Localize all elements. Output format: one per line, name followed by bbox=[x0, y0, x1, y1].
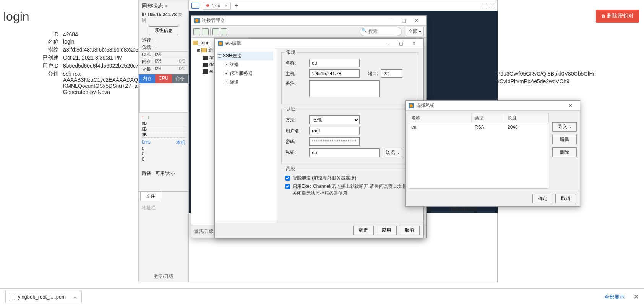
download-bar: yingbob_root_l....pem ︿ 全部显示 ✕ bbox=[0, 288, 644, 305]
terminal-icon bbox=[203, 69, 208, 74]
group-adv-label: 高级 bbox=[284, 166, 297, 172]
close-button[interactable]: ✕ bbox=[564, 103, 577, 108]
folder-icon bbox=[193, 41, 198, 45]
label-name: 名称 bbox=[0, 39, 63, 45]
latency: 0ms bbox=[142, 139, 151, 145]
close-button[interactable]: ✕ bbox=[410, 18, 423, 23]
key-dlg-title: 选择私钥 bbox=[416, 102, 564, 109]
edit-button[interactable]: 编辑 bbox=[552, 135, 577, 144]
key-row[interactable]: eu RSA 2048 bbox=[408, 123, 549, 131]
private-key-input[interactable] bbox=[309, 148, 380, 157]
arrow-up-icon: ↑ bbox=[142, 115, 144, 119]
smart-accel-checkbox[interactable]: 智能加速 (加速海外服务器连接) bbox=[285, 174, 414, 181]
close-button[interactable]: ✕ bbox=[407, 41, 420, 46]
browse-key-button[interactable]: 浏览... bbox=[383, 148, 402, 157]
label-fingerprint: 指纹 bbox=[0, 47, 63, 53]
activate-upgrade-link[interactable]: 激活/升级 bbox=[139, 273, 188, 280]
edit-connection-dialog: eu-编辑 — ▢ ✕ −SSH连接 ·终端 +代理服务器 ·隧道 常规 名称:… bbox=[214, 38, 424, 238]
pubkey-continuation: P9u3OWf05GRvC/QI8Bpid0V80Cb5GlHn xCvIdPl… bbox=[497, 70, 596, 85]
download-chip[interactable]: yingbob_root_l....pem ︿ bbox=[5, 291, 82, 303]
minimize-button[interactable]: — bbox=[384, 18, 397, 23]
tab-memory[interactable]: 内存 bbox=[139, 74, 155, 83]
edit-category-tree[interactable]: −SSH连接 ·终端 +代理服务器 ·隧道 bbox=[215, 48, 276, 223]
edit-title: eu-编辑 bbox=[225, 40, 381, 47]
system-info-button[interactable]: 系统信息 bbox=[149, 26, 178, 35]
document-icon bbox=[10, 294, 15, 300]
disk-header: 路径可用/大小 bbox=[139, 169, 188, 178]
list-view-icon[interactable] bbox=[490, 3, 495, 8]
page-title: login bbox=[3, 10, 29, 24]
show-all-downloads[interactable]: 全部显示 bbox=[601, 292, 628, 302]
label-pubkey: 公钥 bbox=[0, 71, 63, 95]
java-icon bbox=[218, 41, 223, 46]
ip-label: IP bbox=[142, 12, 146, 17]
toolbar-new-icon[interactable] bbox=[193, 28, 200, 35]
host-link[interactable]: 本机 bbox=[176, 139, 185, 146]
tab-cpu[interactable]: CPU bbox=[155, 74, 172, 83]
select-private-key-dialog: 选择私钥 ✕ 名称 类型 长度 eu RSA 2048 导入... 编辑 删除 … bbox=[405, 100, 580, 207]
net-rows: 9B 6B 3B bbox=[139, 121, 188, 138]
apply-button[interactable]: 应用 bbox=[376, 226, 397, 235]
toolbar-copy-icon[interactable] bbox=[212, 28, 219, 35]
ip-value: 195.15.241.78 bbox=[147, 12, 177, 17]
label-userid: 用户ID bbox=[0, 63, 63, 69]
col-length: 长度 bbox=[504, 113, 549, 123]
detail-table: ID42684 名称login 指纹a8:fd:8d:48:98:6b:58:9… bbox=[0, 31, 153, 96]
exec-channel-checkbox[interactable]: 启用Exec Channel(若连接上就被断开,请关闭该项,比如跳关闭后无法监控… bbox=[285, 183, 414, 197]
file-tab[interactable]: 文件 bbox=[140, 192, 161, 201]
tab-cmd[interactable]: 命令 bbox=[172, 74, 188, 83]
close-download-bar[interactable]: ✕ bbox=[634, 293, 639, 300]
key-list[interactable]: 名称 类型 长度 eu RSA 2048 bbox=[408, 113, 549, 189]
delete-button[interactable]: 删除 bbox=[552, 147, 577, 157]
java-icon bbox=[194, 18, 200, 23]
cancel-button[interactable]: 取消 bbox=[399, 226, 420, 235]
session-tab[interactable]: 1 eu × bbox=[203, 2, 231, 10]
arrow-down-icon: ↓ bbox=[148, 115, 150, 119]
cancel-button[interactable]: 取消 bbox=[555, 194, 576, 203]
tab-close-icon[interactable]: × bbox=[225, 3, 227, 8]
group-general-label: 常规 bbox=[285, 49, 297, 56]
name-input[interactable] bbox=[309, 59, 360, 67]
search-input[interactable]: 搜索 bbox=[360, 27, 402, 36]
delete-keypair-button[interactable]: 删除密钥对 bbox=[596, 10, 639, 23]
java-icon bbox=[409, 103, 414, 108]
label-id: ID bbox=[0, 31, 63, 37]
minimize-button[interactable]: — bbox=[381, 41, 394, 46]
sync-title: 同步状态 bbox=[142, 3, 163, 9]
col-name: 名称 bbox=[408, 113, 472, 123]
metric-tabs[interactable]: 内存 CPU 命令 bbox=[139, 74, 188, 83]
label-created: 已创建 bbox=[0, 55, 63, 61]
folder-icon bbox=[201, 48, 207, 52]
terminal-icon bbox=[203, 56, 208, 60]
remark-input[interactable] bbox=[309, 80, 380, 97]
auth-method-select[interactable]: 公钥 bbox=[309, 115, 360, 124]
port-input[interactable] bbox=[381, 69, 402, 78]
import-button[interactable]: 导入... bbox=[552, 122, 577, 132]
group-auth-label: 认证 bbox=[285, 106, 297, 112]
conn-mgr-title: 连接管理器 bbox=[202, 17, 384, 24]
new-tab-button[interactable]: + bbox=[235, 2, 238, 9]
filter-dropdown[interactable]: 全部▾ bbox=[406, 27, 424, 36]
ok-button[interactable]: 确定 bbox=[353, 226, 374, 235]
password-input bbox=[309, 137, 360, 146]
metric-chart bbox=[139, 84, 188, 113]
license-link[interactable]: 激活/升级 bbox=[194, 228, 214, 235]
maximize-button[interactable]: ▢ bbox=[397, 18, 410, 23]
terminal-icon bbox=[203, 63, 208, 67]
grid-view-icon[interactable] bbox=[482, 3, 487, 8]
username-input[interactable] bbox=[309, 127, 360, 135]
sync-panel: 同步状态 ● IP 195.15.241.78 复制 系统信息 运行- 负载- … bbox=[138, 0, 189, 282]
session-tab-label: 1 eu bbox=[211, 3, 220, 8]
ok-button[interactable]: 确定 bbox=[532, 194, 553, 203]
maximize-button[interactable]: ▢ bbox=[394, 41, 407, 46]
chevron-up-icon[interactable]: ︿ bbox=[73, 294, 78, 300]
open-folder-icon[interactable] bbox=[191, 3, 199, 9]
address-bar-label: 地址栏 bbox=[139, 201, 188, 215]
chevron-down-icon: ▾ bbox=[419, 29, 421, 34]
bottom-columns: 显 用户/用户组 bbox=[427, 206, 477, 213]
toolbar-add-icon[interactable] bbox=[221, 28, 227, 35]
download-filename: yingbob_root_l....pem bbox=[18, 294, 66, 300]
host-input[interactable] bbox=[309, 69, 360, 78]
toolbar-folder-icon[interactable] bbox=[202, 28, 209, 35]
status-dot-icon bbox=[206, 4, 209, 7]
